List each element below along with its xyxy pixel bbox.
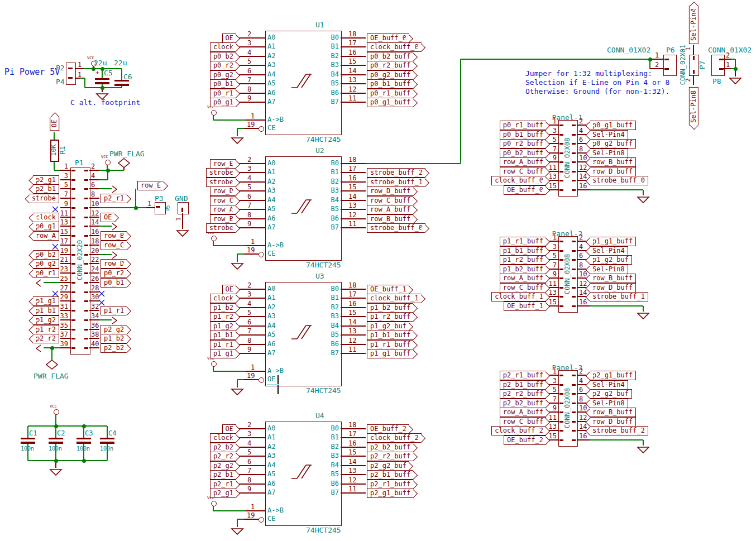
net-label-row_C[interactable]: row_C <box>101 241 127 250</box>
net-label-p1_g1_buff[interactable]: p1_g1_buff <box>590 237 636 246</box>
net-label-p1_r2[interactable]: p1_r2 <box>33 325 59 334</box>
net-label-strobe_buff_0[interactable]: strobe_buff_0 <box>367 223 425 233</box>
net-label-p2_g2[interactable]: p2_g2 <box>210 461 236 471</box>
net-label-row_B_buff[interactable]: row_B_buff <box>590 408 636 417</box>
net-label-row_B_buff[interactable]: row_B_buff <box>590 274 636 283</box>
net-label-p2_b2[interactable]: p2_b2 <box>101 343 127 353</box>
net-label-p2_r1_buff[interactable]: p2_r1_buff <box>367 480 413 489</box>
net-label-strobe_buff_2[interactable]: strobe_buff_2 <box>590 426 648 435</box>
net-label-p2_b1[interactable]: p2_b1 <box>210 470 236 480</box>
net-label-p1_b1_buff[interactable]: p1_b1_buff <box>367 331 413 340</box>
net-label-p1_b2[interactable]: p1_b2 <box>210 303 236 313</box>
net-label-p1_b1_buff[interactable]: p1_b1_buff <box>500 246 546 256</box>
net-label-row_B_buff[interactable]: row_B_buff <box>367 214 413 224</box>
net-label-row_B[interactable]: row_B <box>101 231 127 241</box>
net-label-p1_g2_buf[interactable]: p1_g2_buf <box>590 255 632 265</box>
net-label-strobe[interactable]: strobe <box>29 194 59 203</box>
net-label-p2_b2_buff[interactable]: p2_b2_buff <box>367 443 413 452</box>
net-label-p1_r1[interactable]: p1_r1 <box>210 340 236 350</box>
net-label-p1_b2_buff[interactable]: p1_b2_buff <box>500 265 546 274</box>
net-label-p2_r2[interactable]: p2_r2 <box>210 452 236 461</box>
net-label-row_D[interactable]: row_D <box>101 259 127 269</box>
net-label-p2_g2_buf[interactable]: p2_g2_buf <box>367 461 409 471</box>
net-label-strobe[interactable]: strobe <box>206 168 236 178</box>
net-label-OE_buff_0[interactable]: OE_buff_0 <box>367 33 409 43</box>
net-label-p2_g2_buf[interactable]: p2_g2_buf <box>590 389 632 399</box>
net-label-p0_r1[interactable]: p0_r1 <box>210 89 236 98</box>
net-label-Sel-Pin8[interactable]: Sel-Pin8 <box>590 399 628 408</box>
net-label-p0_g1[interactable]: p0_g1 <box>210 98 236 107</box>
net-label-OE[interactable]: OE <box>222 424 236 434</box>
net-label-p1_r1[interactable]: p1_r1 <box>101 306 127 315</box>
net-label-p1_g1_buff[interactable]: p1_g1_buff <box>367 349 413 358</box>
net-label-row_D_buff[interactable]: row_D_buff <box>590 167 636 176</box>
net-label-row_B[interactable]: row_B <box>210 214 236 224</box>
net-label-clock_buff_0[interactable]: clock_buff_0 <box>367 42 422 52</box>
net-label-p2_g1_buff[interactable]: p2_g1_buff <box>367 489 413 498</box>
net-label-Sel-Pin8[interactable]: Sel-Pin8 <box>590 149 628 158</box>
net-label-p0_g1[interactable]: p0_g1 <box>33 222 59 231</box>
net-label-row_D[interactable]: row_D <box>210 186 236 196</box>
net-label-oe[interactable]: OE <box>50 116 59 130</box>
net-label-p0_r2_buff[interactable]: p0_r2_buff <box>500 139 546 149</box>
net-label-p0_g2[interactable]: p0_g2 <box>33 259 59 269</box>
net-label-p2_g2[interactable]: p2_g2 <box>101 325 127 334</box>
net-label-p0_g1_buff[interactable]: p0_g1_buff <box>367 98 413 107</box>
net-label-strobe[interactable]: strobe <box>206 178 236 187</box>
net-label-p0_b2[interactable]: p0_b2 <box>33 250 59 260</box>
net-label-p0_b1[interactable]: p0_b1 <box>210 79 236 89</box>
net-label-clock[interactable]: clock <box>33 213 59 222</box>
net-label-row_C[interactable]: row_C <box>210 196 236 205</box>
net-label-clock_buff_2[interactable]: clock_buff_2 <box>491 426 546 435</box>
net-label-p0_b2[interactable]: p0_b2 <box>210 52 236 61</box>
net-label-p0_b2_buff[interactable]: p0_b2_buff <box>367 52 413 61</box>
net-label-p1_r2_buff[interactable]: p1_r2_buff <box>500 255 546 265</box>
net-label-p1_r2[interactable]: p1_r2 <box>210 312 236 322</box>
net-label-p1_b1[interactable]: p1_b1 <box>33 306 59 315</box>
net-label-p0_b1[interactable]: p0_b1 <box>101 278 127 288</box>
net-label-p2_r1_buff[interactable]: p2_r1_buff <box>500 371 546 380</box>
net-label-p1_b2_buff[interactable]: p1_b2_buff <box>367 303 413 313</box>
net-label-clock_buff_0[interactable]: clock_buff_0 <box>491 176 546 185</box>
net-label-row_C_buff[interactable]: row_C_buff <box>500 167 546 176</box>
net-label-p1_g2_buf[interactable]: p1_g2_buf <box>367 322 409 331</box>
net-label-p2_r1[interactable]: p2_r1 <box>101 194 127 203</box>
net-label-clock[interactable]: clock <box>210 433 236 443</box>
net-label-row_C_buff[interactable]: row_C_buff <box>367 196 413 205</box>
net-label-p2_b2_buff[interactable]: p2_b2_buff <box>500 399 546 408</box>
net-label-row_A_buff[interactable]: row_A_buff <box>500 157 546 167</box>
net-label-p2_r2[interactable]: p2_r2 <box>33 334 59 343</box>
net-label-p2_r2_buff[interactable]: p2_r2_buff <box>500 389 546 399</box>
net-label-OE_buff_0[interactable]: OE_buff_0 <box>504 185 546 195</box>
net-label-p0_r2[interactable]: p0_r2 <box>210 61 236 70</box>
net-label-p1_b2[interactable]: p1_b2 <box>101 334 127 343</box>
net-label-sel-pin8[interactable]: Sel-Pin8 <box>688 87 698 126</box>
net-label-p0_r1_buff[interactable]: p0_r1_buff <box>367 89 413 98</box>
net-label-sel-pin4[interactable]: Sel-Pin4 <box>688 6 698 44</box>
net-label-p1_g1[interactable]: p1_g1 <box>210 349 236 358</box>
net-label-p0_r2[interactable]: p0_r2 <box>101 269 127 278</box>
net-label-p0_b2_buff[interactable]: p0_b2_buff <box>500 149 546 158</box>
connector-gnd[interactable] <box>178 202 189 214</box>
net-label-OE_buff_1[interactable]: OE_buff_1 <box>504 301 546 311</box>
net-label-p0_g2[interactable]: p0_g2 <box>210 70 236 80</box>
net-label-p0_g2_buff[interactable]: p0_g2_buff <box>590 139 636 149</box>
net-label-row_E[interactable]: row_E <box>210 159 236 169</box>
net-label-p2_g1_buff[interactable]: p2_g1_buff <box>590 371 636 380</box>
net-label-p1_g1[interactable]: p1_g1 <box>33 296 59 306</box>
net-label-clock[interactable]: clock <box>210 42 236 52</box>
net-label-clock_buff_1[interactable]: clock_buff_1 <box>367 294 422 303</box>
connector-p2-p4[interactable] <box>66 63 76 85</box>
net-label-clock[interactable]: clock <box>210 294 236 303</box>
net-label-row_B_buff[interactable]: row_B_buff <box>590 157 636 167</box>
net-label-p2_g1[interactable]: p2_g1 <box>210 489 236 498</box>
net-label-row_e[interactable]: row_E <box>137 181 164 190</box>
net-label-row_A_buff[interactable]: row_A_buff <box>500 274 546 283</box>
net-label-p2_b1_buff[interactable]: p2_b1_buff <box>367 470 413 480</box>
net-label-row_A[interactable]: row_A <box>33 231 59 241</box>
net-label-p1_g2[interactable]: p1_g2 <box>33 315 59 325</box>
net-label-p0_g2_buff[interactable]: p0_g2_buff <box>367 70 413 80</box>
net-label-p2_b1_buff[interactable]: p2_b1_buff <box>500 380 546 390</box>
net-label-p0_r1[interactable]: p0_r1 <box>33 269 59 278</box>
net-label-strobe_buff_2[interactable]: strobe_buff_2 <box>367 168 425 178</box>
